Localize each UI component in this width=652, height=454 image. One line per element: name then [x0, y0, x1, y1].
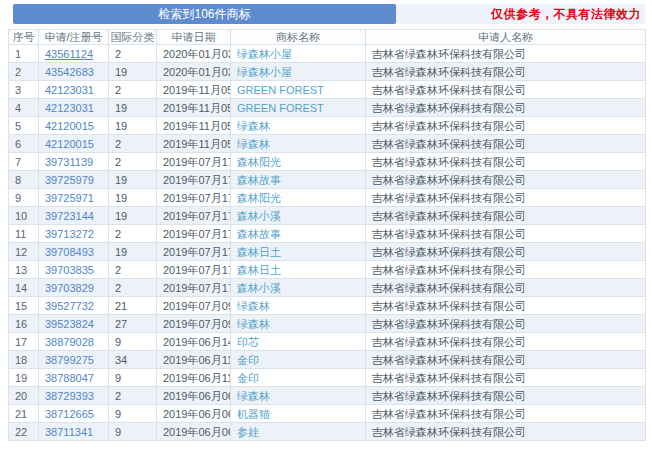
cell-intl-class: 21 [109, 297, 157, 315]
reg-number-link[interactable]: 39527732 [45, 300, 94, 312]
reg-number-link[interactable]: 39725979 [45, 174, 94, 186]
trademark-name-link[interactable]: 绿森林 [237, 300, 270, 312]
reg-number-link[interactable]: 38711341 [45, 426, 93, 438]
cell-serial: 7 [9, 153, 39, 171]
cell-applicant-name: 吉林省绿森林环保科技有限公司 [366, 405, 646, 423]
reg-number-link[interactable]: 43542683 [45, 66, 94, 78]
reg-number-link[interactable]: 42120015 [45, 138, 94, 150]
trademark-name-link[interactable]: 印芯 [237, 336, 259, 348]
cell-applicant-name: 吉林省绿森林环保科技有限公司 [366, 351, 646, 369]
trademark-name-link[interactable]: 金印 [237, 372, 259, 384]
cell-serial: 17 [9, 333, 39, 351]
cell-intl-class: 19 [109, 207, 157, 225]
cell-trademark-name: 森林故事 [231, 225, 366, 243]
cell-applicant-name: 吉林省绿森林环保科技有限公司 [366, 153, 646, 171]
trademark-name-link[interactable]: 机器猫 [237, 408, 270, 420]
cell-applicant-name: 吉林省绿森林环保科技有限公司 [366, 45, 646, 63]
cell-intl-class: 2 [109, 45, 157, 63]
cell-serial: 20 [9, 387, 39, 405]
cell-apply-date: 2019年06月11日 [157, 351, 231, 369]
cell-intl-class: 19 [109, 63, 157, 81]
result-count-banner: 检索到106件商标 [13, 4, 396, 24]
cell-serial: 13 [9, 261, 39, 279]
trademark-name-link[interactable]: GREEN FOREST [237, 102, 324, 114]
cell-apply-date: 2019年07月17日 [157, 153, 231, 171]
reg-number-link[interactable]: 38799275 [45, 354, 94, 366]
cell-applicant-name: 吉林省绿森林环保科技有限公司 [366, 171, 646, 189]
trademark-name-link[interactable]: 森林阳光 [237, 156, 281, 168]
reg-number-link[interactable]: 39703829 [45, 282, 94, 294]
trademark-results-table-container: 序号 申请/注册号 国际分类 申请日期 商标名称 申请人名称 1 4356112… [8, 29, 645, 441]
cell-applicant-name: 吉林省绿森林环保科技有限公司 [366, 243, 646, 261]
reg-number-link[interactable]: 39723144 [45, 210, 94, 222]
trademark-name-link[interactable]: 金印 [237, 354, 259, 366]
reg-number-link[interactable]: 38712665 [45, 408, 94, 420]
cell-apply-date: 2019年06月11日 [157, 369, 231, 387]
table-row: 3 42123031 2 2019年11月05日 GREEN FOREST 吉林… [9, 81, 646, 99]
reg-number-link[interactable]: 42123031 [45, 102, 94, 114]
trademark-name-link[interactable]: 森林日土 [237, 246, 281, 258]
cell-applicant-name: 吉林省绿森林环保科技有限公司 [366, 189, 646, 207]
reg-number-link[interactable]: 39731139 [45, 156, 93, 168]
cell-intl-class: 9 [109, 333, 157, 351]
cell-reg-number: 38712665 [39, 405, 109, 423]
trademark-name-link[interactable]: GREEN FOREST [237, 84, 324, 96]
cell-serial: 22 [9, 423, 39, 441]
trademark-name-link[interactable]: 参娃 [237, 426, 259, 438]
cell-apply-date: 2019年07月17日 [157, 279, 231, 297]
cell-trademark-name: 绿森林小屋 [231, 63, 366, 81]
table-row: 1 43561124 2 2020年01月03日 绿森林小屋 吉林省绿森林环保科… [9, 45, 646, 63]
table-row: 21 38712665 9 2019年06月06日 机器猫 吉林省绿森林环保科技… [9, 405, 646, 423]
cell-applicant-name: 吉林省绿森林环保科技有限公司 [366, 261, 646, 279]
cell-apply-date: 2020年01月03日 [157, 63, 231, 81]
trademark-name-link[interactable]: 绿森林 [237, 390, 270, 402]
table-row: 13 39703835 2 2019年07月17日 森林日土 吉林省绿森林环保科… [9, 261, 646, 279]
reg-number-link[interactable]: 39708493 [45, 246, 94, 258]
trademark-results-table: 序号 申请/注册号 国际分类 申请日期 商标名称 申请人名称 1 4356112… [8, 29, 646, 441]
cell-trademark-name: 森林日土 [231, 261, 366, 279]
trademark-name-link[interactable]: 森林故事 [237, 174, 281, 186]
trademark-name-link[interactable]: 森林小溪 [237, 282, 281, 294]
reg-number-link[interactable]: 42120015 [45, 120, 94, 132]
reg-number-link[interactable]: 38879028 [45, 336, 94, 348]
reg-number-link[interactable]: 39725971 [45, 192, 94, 204]
cell-apply-date: 2019年07月17日 [157, 243, 231, 261]
reg-number-link[interactable]: 38788047 [45, 372, 94, 384]
column-header-trademark-name: 商标名称 [231, 30, 366, 45]
cell-intl-class: 2 [109, 135, 157, 153]
cell-apply-date: 2019年07月17日 [157, 207, 231, 225]
cell-applicant-name: 吉林省绿森林环保科技有限公司 [366, 135, 646, 153]
reg-number-link[interactable]: 39523824 [45, 318, 94, 330]
cell-trademark-name: 绿森林 [231, 297, 366, 315]
cell-serial: 19 [9, 369, 39, 387]
cell-reg-number: 43542683 [39, 63, 109, 81]
trademark-name-link[interactable]: 绿森林小屋 [237, 66, 292, 78]
table-row: 5 42120015 19 2019年11月05日 绿森林 吉林省绿森林环保科技… [9, 117, 646, 135]
trademark-name-link[interactable]: 绿森林 [237, 120, 270, 132]
legal-disclaimer-text: 仅供参考，不具有法律效力 [491, 6, 645, 23]
reg-number-link[interactable]: 42123031 [45, 84, 94, 96]
cell-applicant-name: 吉林省绿森林环保科技有限公司 [366, 315, 646, 333]
table-row: 18 38799275 34 2019年06月11日 金印 吉林省绿森林环保科技… [9, 351, 646, 369]
trademark-name-link[interactable]: 绿森林小屋 [237, 48, 292, 60]
reg-number-link[interactable]: 43561124 [45, 48, 93, 60]
cell-trademark-name: 金印 [231, 351, 366, 369]
cell-apply-date: 2019年06月14日 [157, 333, 231, 351]
cell-serial: 6 [9, 135, 39, 153]
cell-reg-number: 39703829 [39, 279, 109, 297]
trademark-name-link[interactable]: 森林日土 [237, 264, 281, 276]
cell-serial: 14 [9, 279, 39, 297]
cell-intl-class: 2 [109, 81, 157, 99]
trademark-name-link[interactable]: 森林阳光 [237, 192, 281, 204]
cell-serial: 18 [9, 351, 39, 369]
cell-reg-number: 42120015 [39, 117, 109, 135]
reg-number-link[interactable]: 38729393 [45, 390, 94, 402]
cell-applicant-name: 吉林省绿森林环保科技有限公司 [366, 333, 646, 351]
table-row: 20 38729393 2 2019年06月06日 绿森林 吉林省绿森林环保科技… [9, 387, 646, 405]
trademark-name-link[interactable]: 森林故事 [237, 228, 281, 240]
trademark-name-link[interactable]: 森林小溪 [237, 210, 281, 222]
trademark-name-link[interactable]: 绿森林 [237, 318, 270, 330]
reg-number-link[interactable]: 39713272 [45, 228, 94, 240]
reg-number-link[interactable]: 39703835 [45, 264, 94, 276]
trademark-name-link[interactable]: 绿森林 [237, 138, 270, 150]
